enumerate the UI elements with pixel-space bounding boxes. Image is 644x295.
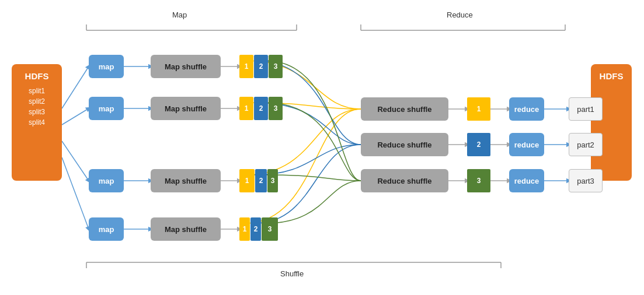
reduce-shuffle-3: Reduce shuffle — [361, 169, 448, 192]
reduce-shuffle-2: Reduce shuffle — [361, 133, 448, 156]
part-3-3: 3 — [267, 169, 278, 192]
partition-group-2: 1 2 3 — [239, 97, 283, 120]
map-shuffle-4: Map shuffle — [151, 217, 221, 241]
svg-line-10 — [62, 108, 89, 125]
reduce-shuffle-1: Reduce shuffle — [361, 97, 448, 121]
part-1-2: 2 — [254, 55, 268, 78]
hdfs-split2: split2 — [29, 97, 45, 106]
map-node-1: map — [89, 55, 124, 78]
part-3-1: 1 — [239, 169, 255, 192]
hdfs-split3: split3 — [29, 108, 45, 116]
reduce-label: Reduce — [447, 10, 473, 19]
output-part3: part3 — [569, 169, 603, 192]
reduce-node-3: reduce — [509, 169, 544, 192]
map-shuffle-3: Map shuffle — [151, 169, 221, 192]
reduce-part-1: 1 — [467, 97, 490, 121]
part-1-3: 3 — [269, 55, 283, 78]
partition-group-4: 1 2 3 — [239, 217, 278, 241]
map-shuffle-1: Map shuffle — [151, 55, 221, 78]
map-shuffle-2: Map shuffle — [151, 97, 221, 120]
hdfs-split1: split1 — [29, 87, 45, 95]
reduce-part-3: 3 — [467, 169, 490, 192]
output-part2: part2 — [569, 133, 603, 156]
hdfs-split4: split4 — [29, 118, 45, 127]
partition-group-1: 1 2 3 — [239, 55, 283, 78]
part-4-3: 3 — [262, 217, 278, 241]
part-2-1: 1 — [239, 97, 253, 120]
map-node-3: map — [89, 169, 124, 192]
map-node-2: map — [89, 97, 124, 120]
part-3-2: 2 — [255, 169, 267, 192]
diagram-container: Map Reduce Shuffle HDFS split1 split2 sp… — [0, 0, 644, 295]
hdfs-right: HDFS — [591, 64, 632, 181]
part-2-3: 3 — [269, 97, 283, 120]
hdfs-right-title: HDFS — [600, 71, 624, 81]
part-4-1: 1 — [239, 217, 250, 241]
hdfs-left: HDFS split1 split2 split3 split4 — [12, 64, 62, 181]
reduce-node-1: reduce — [509, 97, 544, 121]
svg-line-12 — [62, 157, 89, 229]
svg-line-11 — [62, 141, 89, 181]
shuffle-label: Shuffle — [280, 269, 304, 278]
part-4-2: 2 — [250, 217, 261, 241]
arrows-svg — [0, 0, 644, 295]
output-part1: part1 — [569, 97, 603, 121]
map-node-4: map — [89, 217, 124, 241]
reduce-part-2: 2 — [467, 133, 490, 156]
hdfs-left-title: HDFS — [25, 71, 49, 81]
part-1-1: 1 — [239, 55, 253, 78]
map-label: Map — [172, 10, 187, 19]
reduce-node-2: reduce — [509, 133, 544, 156]
partition-group-3: 1 2 3 — [239, 169, 278, 192]
part-2-2: 2 — [254, 97, 268, 120]
svg-line-9 — [62, 66, 89, 108]
